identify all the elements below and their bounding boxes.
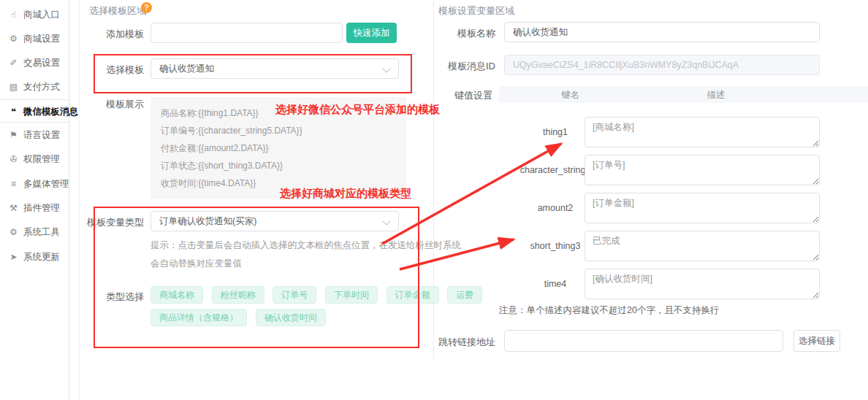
var-type-hint-line2: 会自动替换对应变量值 (151, 258, 242, 270)
sidebar-item-label: 语言设置 (23, 130, 60, 140)
var-type-hint-line1: 提示：点击变量后会自动插入选择的文本框的焦点位置，在发送给粉丝时系统 (151, 239, 461, 252)
sidebar-item-label: 商城入口 (23, 9, 60, 20)
preview-line: 付款金额:{{amount2.DATA}} (161, 139, 396, 157)
kv-desc-character-string5-textarea[interactable]: [订单号] (585, 155, 820, 185)
kv-desc-amount2-textarea[interactable]: [订单金额] (585, 193, 820, 223)
select-template-value: 确认收货通知 (159, 64, 214, 74)
sidebar-item-label: 系统工具 (23, 227, 60, 237)
template-msg-id-input (504, 55, 820, 75)
kv-desc-time4-textarea[interactable]: [确认收货时间] (585, 269, 820, 299)
kv-col-desc: 描述 (687, 89, 745, 101)
mall-entrance-icon: ☝ (8, 6, 19, 23)
tag-mall-name[interactable]: 商城名称 (151, 286, 203, 304)
sidebar-item-label: 权限管理 (23, 154, 60, 164)
add-template-label: 添加模板 (80, 28, 144, 41)
template-preview-label: 模板展示 (80, 98, 144, 111)
sidebar-item-label: 支付方式 (23, 82, 60, 92)
annotation-text-1: 选择好微信公众号平台添加的模板 (275, 103, 440, 117)
sidebar-item-system-update[interactable]: ➤系统更新 (0, 248, 69, 266)
sidebar-item-language-settings[interactable]: ⚑语言设置 (0, 126, 69, 144)
preview-line: 订单状态:{{short_thing3.DATA}} (161, 157, 396, 174)
content-left-edge (79, 0, 80, 400)
template-msg-id-label: 模板消息ID (438, 60, 495, 73)
template-var-type-label: 模板变量类型 (80, 216, 144, 229)
jump-link-label: 跳转链接地址 (431, 336, 495, 349)
template-var-type-value: 订单确认收货通知(买家) (159, 216, 256, 226)
annotation-text-2: 选择好商城对应的模板类型 (280, 187, 411, 201)
column-divider (433, 0, 434, 359)
sidebar-item-trade-settings[interactable]: ✐交易设置 (0, 54, 69, 72)
tag-fan-nickname[interactable]: 粉丝昵称 (212, 286, 264, 304)
tag-confirm-receipt-time[interactable]: 确认收货时间 (256, 309, 326, 326)
sidebar-item-mall-entrance[interactable]: ☝商城入口 (0, 6, 69, 23)
type-select-label: 类型选择 (80, 291, 144, 304)
gear-icon: ⚙ (8, 30, 19, 47)
paper-plane-icon: ➤ (8, 248, 19, 266)
kv-note: 注意：单个描述内容建议不超过20个字，且不支持换行 (499, 304, 719, 317)
template-var-type-dropdown[interactable]: 订单确认收货通知(买家) (151, 211, 399, 231)
select-template-dropdown[interactable]: 确认收货通知 (151, 58, 399, 79)
flag-icon: ⚑ (8, 126, 19, 144)
template-name-input[interactable] (504, 22, 820, 42)
kv-settings-label: 键值设置 (438, 89, 492, 102)
sidebar: ☝商城入口 ⚙商城设置 ✐交易设置 ▤支付方式 ❝微信模板消息 ⚑语言设置 ✇权… (0, 0, 69, 400)
sidebar-item-mall-settings[interactable]: ⚙商城设置 (0, 30, 69, 47)
sidebar-item-label: 商城设置 (23, 34, 60, 44)
sidebar-item-plugin-management[interactable]: ⚒插件管理 (0, 199, 69, 217)
chat-bubbles-icon: ❝ (8, 100, 19, 123)
left-panel-title: 选择模板区域 (89, 4, 146, 18)
tag-order-amount[interactable]: 订单金额 (387, 286, 439, 304)
quick-add-button[interactable]: 快速添加 (346, 23, 397, 43)
sidebar-item-media-management[interactable]: ≡多媒体管理 (0, 175, 69, 193)
sidebar-item-wechat-template-message[interactable]: ❝微信模板消息 (0, 99, 69, 123)
kv-desc-short-thing3-textarea[interactable]: 已完成 (585, 231, 820, 261)
sidebar-item-label: 微信模板消息 (23, 107, 78, 117)
template-name-label: 模板名称 (438, 27, 495, 40)
sidebar-item-system-tools[interactable]: ⚙系统工具 (0, 223, 69, 241)
gear-icon: ⚙ (8, 223, 19, 241)
preview-line: 订单编号:{{character_string5.DATA}} (161, 122, 396, 139)
sidebar-item-label: 系统更新 (23, 252, 60, 262)
key-icon: ✇ (8, 150, 19, 168)
tag-order-no[interactable]: 订单号 (273, 286, 316, 304)
kv-desc-thing1-textarea[interactable]: [商城名称] (585, 117, 820, 147)
right-panel-title: 模板设置变量区域 (438, 4, 514, 18)
tag-order-time[interactable]: 下单时间 (325, 286, 378, 304)
sidebar-item-label: 插件管理 (23, 203, 60, 213)
type-tags-row1: 商城名称 粉丝昵称 订单号 下单时间 订单金额 运费 (151, 286, 488, 304)
type-tags-row2: 商品详情（含规格） 确认收货时间 (151, 309, 332, 326)
tag-product-detail[interactable]: 商品详情（含规格） (151, 309, 247, 326)
pen-icon: ✐ (8, 54, 19, 72)
sidebar-item-label: 多媒体管理 (23, 179, 69, 189)
chevron-down-icon (382, 64, 390, 72)
list-icon: ≡ (8, 175, 19, 193)
wechat-template-message-page: ☝商城入口 ⚙商城设置 ✐交易设置 ▤支付方式 ❝微信模板消息 ⚑语言设置 ✇权… (0, 0, 868, 400)
tool-icon: ⚒ (8, 199, 19, 217)
select-link-button[interactable]: 选择链接 (793, 330, 840, 352)
help-icon[interactable]: ? (141, 2, 152, 13)
sidebar-item-payment-method[interactable]: ▤支付方式 (0, 78, 69, 96)
sidebar-item-permission-management[interactable]: ✇权限管理 (0, 150, 69, 168)
sidebar-item-label: 交易设置 (23, 58, 60, 68)
add-template-input[interactable] (151, 23, 343, 43)
tag-shipping-fee[interactable]: 运费 (447, 286, 482, 304)
kv-col-key: 键名 (541, 89, 600, 101)
card-icon: ▤ (8, 78, 19, 96)
jump-link-input[interactable] (504, 330, 783, 352)
select-template-label: 选择模板 (80, 64, 144, 77)
chevron-down-icon (382, 217, 390, 225)
